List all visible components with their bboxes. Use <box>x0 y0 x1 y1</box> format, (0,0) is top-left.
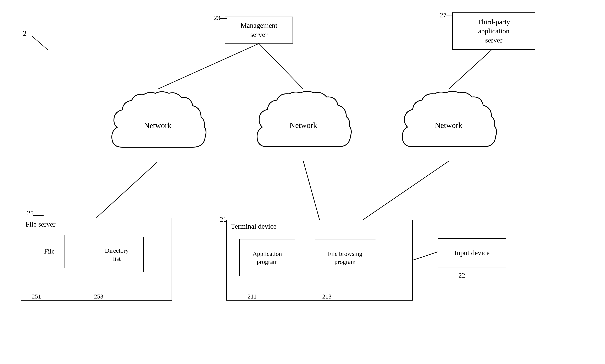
application-program-label: Applicationprogram <box>253 250 282 266</box>
network2-cloud: Network <box>251 89 356 161</box>
ref-25: 25 <box>27 209 34 217</box>
ref-21: 21— <box>220 216 233 223</box>
ref-25-line <box>33 212 46 219</box>
directory-list-label: Directorylist <box>105 247 129 263</box>
ref-23: 23— <box>214 14 227 22</box>
network1-cloud: Network <box>106 89 210 162</box>
network1-label: Network <box>144 121 172 130</box>
ref-211: 211 <box>247 293 257 300</box>
terminal-device-container: Terminal device Applicationprogram File … <box>226 220 413 300</box>
management-server-label: Managementserver <box>241 21 277 39</box>
label-2: 2 <box>23 29 27 38</box>
ref-22: 22 <box>458 272 465 279</box>
input-device-label: Input device <box>455 248 490 258</box>
ref-253: 253 <box>94 293 103 300</box>
network3-cloud: Network <box>396 89 501 161</box>
ref-213: 213 <box>322 293 332 300</box>
third-party-server-box: Third-partyapplicationserver <box>452 13 535 50</box>
application-program-box: Applicationprogram <box>239 239 295 276</box>
svg-line-4 <box>303 161 320 220</box>
file-inner-box: File <box>34 235 65 268</box>
svg-line-7 <box>32 36 48 50</box>
svg-line-1 <box>259 43 303 89</box>
management-server-box: Managementserver <box>225 17 293 43</box>
file-server-container: File server File Directorylist 251 253 <box>21 218 172 300</box>
ref-251: 251 <box>32 293 41 300</box>
file-server-title: File server <box>26 220 55 228</box>
network2-label: Network <box>290 121 317 130</box>
svg-line-6 <box>413 252 438 260</box>
directory-list-box: Directorylist <box>90 237 144 272</box>
svg-line-5 <box>363 161 449 220</box>
ref-27: 27— <box>440 11 453 19</box>
diagram: 2 Managementserver 23— Third-partyapplic… <box>0 0 605 364</box>
third-party-server-label: Third-partyapplicationserver <box>478 17 510 45</box>
svg-line-2 <box>449 50 492 89</box>
input-device-box: Input device <box>438 238 506 267</box>
terminal-device-title: Terminal device <box>231 222 276 230</box>
file-label: File <box>44 247 54 256</box>
file-browsing-program-box: File browsingprogram <box>314 239 376 276</box>
file-browsing-program-label: File browsingprogram <box>328 250 362 266</box>
connecting-lines <box>0 0 605 364</box>
svg-line-0 <box>158 43 259 89</box>
svg-line-3 <box>96 162 158 218</box>
network3-label: Network <box>435 121 462 130</box>
